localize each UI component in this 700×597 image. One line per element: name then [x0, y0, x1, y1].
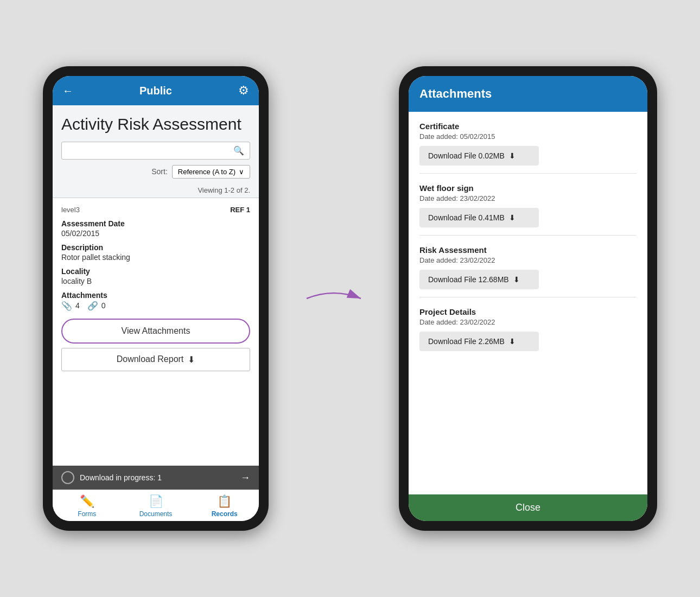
description-value: Rotor pallet stacking: [61, 253, 250, 262]
attachment-date-0: Date added: 05/02/2015: [419, 132, 637, 141]
attachment-date-2: Date added: 23/02/2022: [419, 256, 637, 264]
nav-documents-label: Documents: [139, 510, 173, 518]
download-file-icon-1: ⬇: [509, 213, 516, 222]
attachments-panel: Attachments Certificate Date added: 05/0…: [399, 66, 657, 531]
attachments-body: Certificate Date added: 05/02/2015 Downl…: [409, 112, 647, 494]
attachments-label: Attachments: [61, 291, 250, 300]
nav-item-forms[interactable]: ✏️ Forms: [53, 490, 122, 521]
chevron-down-icon: ∨: [239, 168, 244, 176]
attach-count: 4: [75, 301, 80, 310]
download-file-button-3[interactable]: Download File 2.26MB ⬇: [419, 332, 539, 351]
attachment-name-0: Certificate: [419, 122, 637, 131]
attachments-screen: Attachments Certificate Date added: 05/0…: [409, 76, 647, 521]
attachment-name-2: Risk Assessment: [419, 245, 637, 255]
sort-value: Reference (A to Z): [178, 168, 236, 176]
nav-forms-label: Forms: [78, 510, 96, 518]
attachments-header: Attachments: [409, 76, 647, 112]
locality-value: locality B: [61, 277, 250, 285]
attachment-item-certificate: Certificate Date added: 05/02/2015 Downl…: [419, 112, 637, 174]
connector-arrow: [301, 244, 366, 353]
left-phone-screen: ← Public ⚙ Activity Risk Assessment 🔍 So…: [53, 76, 259, 521]
header-title: Public: [139, 85, 172, 97]
download-file-label-3: Download File 2.26MB: [428, 337, 505, 346]
attachment-item-project: Project Details Date added: 23/02/2022 D…: [419, 297, 637, 359]
download-file-button-0[interactable]: Download File 0.02MB ⬇: [419, 146, 539, 166]
download-file-icon-3: ⬇: [509, 337, 516, 346]
assessment-date-value: 05/02/2015: [61, 229, 250, 238]
attachment-name-3: Project Details: [419, 307, 637, 316]
progress-circle-icon: [61, 471, 74, 484]
search-box[interactable]: 🔍: [61, 142, 250, 160]
download-report-label: Download Report: [117, 354, 184, 364]
nav-item-records[interactable]: 📋 Records: [190, 490, 259, 521]
download-file-icon-0: ⬇: [509, 151, 516, 160]
search-input[interactable]: [67, 146, 233, 155]
attachment-name-1: Wet floor sign: [419, 183, 637, 193]
link-icon: 🔗: [87, 301, 98, 311]
progress-arrow-icon[interactable]: →: [240, 472, 250, 484]
attachment-date-3: Date added: 23/02/2022: [419, 318, 637, 326]
back-button[interactable]: ←: [62, 85, 73, 97]
download-file-button-1[interactable]: Download File 0.41MB ⬇: [419, 208, 539, 227]
download-progress-bar: Download in progress: 1 →: [53, 466, 259, 490]
attachments-footer: Close: [409, 494, 647, 521]
record-meta: level3 REF 1: [61, 206, 250, 214]
bottom-nav: ✏️ Forms 📄 Documents 📋 Records: [53, 490, 259, 521]
gear-icon[interactable]: ⚙: [238, 84, 249, 98]
forms-icon: ✏️: [80, 494, 94, 509]
attachment-date-1: Date added: 23/02/2022: [419, 194, 637, 202]
record-ref: REF 1: [230, 206, 250, 214]
paperclip-icon: 📎: [61, 301, 72, 311]
download-file-label-2: Download File 12.68MB: [428, 275, 509, 284]
download-file-icon-2: ⬇: [513, 275, 520, 284]
download-report-button[interactable]: Download Report ⬇: [61, 348, 250, 371]
attachment-item-wet-floor: Wet floor sign Date added: 23/02/2022 Do…: [419, 174, 637, 236]
page-title: Activity Risk Assessment: [61, 115, 250, 134]
progress-left: Download in progress: 1: [61, 471, 162, 484]
locality-label: Locality: [61, 267, 250, 276]
close-button[interactable]: Close: [416, 502, 640, 513]
description-label: Description: [61, 243, 250, 252]
attachment-item-risk: Risk Assessment Date added: 23/02/2022 D…: [419, 236, 637, 297]
phone-header: ← Public ⚙: [53, 76, 259, 105]
download-file-button-2[interactable]: Download File 12.68MB ⬇: [419, 270, 539, 289]
records-icon: 📋: [217, 494, 232, 509]
nav-records-label: Records: [212, 510, 238, 518]
assessment-date-label: Assessment Date: [61, 219, 250, 228]
download-file-label-0: Download File 0.02MB: [428, 151, 505, 160]
search-area: Activity Risk Assessment 🔍 Sort: Referen…: [53, 105, 259, 185]
left-phone: ← Public ⚙ Activity Risk Assessment 🔍 So…: [43, 66, 269, 531]
progress-text: Download in progress: 1: [80, 473, 162, 482]
search-icon: 🔍: [233, 145, 244, 156]
download-file-label-1: Download File 0.41MB: [428, 213, 505, 222]
connector-svg: [301, 244, 366, 353]
viewing-text: Viewing 1-2 of 2.: [53, 185, 259, 198]
attachments-counts: 📎 4 🔗 0: [61, 301, 250, 311]
view-attachments-button[interactable]: View Attachments: [61, 319, 250, 344]
sort-dropdown[interactable]: Reference (A to Z) ∨: [172, 165, 250, 179]
sort-row: Sort: Reference (A to Z) ∨: [61, 165, 250, 179]
link-count: 0: [101, 301, 106, 310]
record-card: level3 REF 1 Assessment Date 05/02/2015 …: [53, 198, 259, 466]
nav-item-documents[interactable]: 📄 Documents: [122, 490, 190, 521]
download-report-icon: ⬇: [188, 354, 195, 365]
record-level: level3: [61, 206, 80, 214]
documents-icon: 📄: [149, 494, 163, 509]
sort-label: Sort:: [151, 167, 168, 176]
